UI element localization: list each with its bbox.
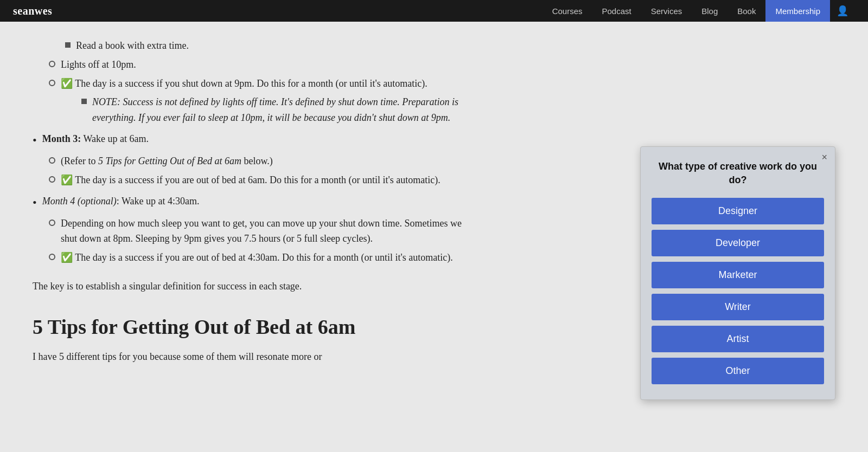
list-item: Lights off at 10pm.	[33, 57, 467, 73]
item-text: Month 4 (optional): Wake up at 4:30am.	[42, 193, 467, 209]
bullet-dot-icon: •	[33, 193, 37, 211]
modal-close-button[interactable]: ×	[821, 152, 827, 162]
checkmark-icon: ✅	[61, 175, 75, 185]
designer-button[interactable]: Designer	[652, 198, 824, 224]
list-item: ✅ The day is a success if you are out of…	[33, 172, 467, 188]
item-text: Read a book with extra time.	[76, 38, 467, 54]
section-heading: 5 Tips for Getting Out of Bed at 6am	[33, 311, 467, 344]
checkmark-icon: ✅	[61, 78, 75, 89]
brand-logo[interactable]: seanwes	[13, 5, 52, 17]
bullet-dot-icon: •	[33, 131, 37, 149]
user-icon[interactable]: 👤	[830, 5, 855, 17]
nav-item-services[interactable]: Services	[641, 0, 692, 22]
list-item: NOTE: Success is not defined by lights o…	[49, 94, 467, 126]
list-item: • Month 3: Wake up at 6am.	[33, 131, 467, 149]
writer-button[interactable]: Writer	[652, 294, 824, 320]
list-item: • Month 4 (optional): Wake up at 4:30am.	[33, 193, 467, 211]
nav-link-membership[interactable]: Membership	[765, 0, 830, 22]
item-text: Lights off at 10pm.	[61, 57, 467, 73]
note-text: NOTE: Success is not defined by lights o…	[92, 94, 467, 126]
nav-item-membership[interactable]: Membership	[765, 0, 830, 22]
modal-title: What type of creative work do you do?	[652, 160, 824, 187]
item-text: ✅ The day is a success if you are out of…	[61, 172, 467, 188]
marketer-button[interactable]: Marketer	[652, 262, 824, 288]
nav-link-courses[interactable]: Courses	[542, 0, 592, 22]
item-text: ✅ The day is a success if you shut down …	[61, 76, 467, 92]
main-content: Read a book with extra time. Lights off …	[0, 22, 488, 397]
nav-item-book[interactable]: Book	[727, 0, 765, 22]
nav-item-courses[interactable]: Courses	[542, 0, 592, 22]
developer-button[interactable]: Developer	[652, 230, 824, 256]
nav-links: Courses Podcast Services Blog Book Membe…	[542, 0, 830, 22]
other-button[interactable]: Other	[652, 358, 824, 384]
item-text: (Refer to 5 Tips for Getting Out of Bed …	[61, 153, 467, 169]
nav-item-podcast[interactable]: Podcast	[592, 0, 641, 22]
key-text: The key is to establish a singular defin…	[33, 279, 467, 294]
nav-link-podcast[interactable]: Podcast	[592, 0, 641, 22]
list-item: (Refer to 5 Tips for Getting Out of Bed …	[33, 153, 467, 169]
nav-item-blog[interactable]: Blog	[692, 0, 727, 22]
list-item: Depending on how much sleep you want to …	[33, 216, 467, 247]
nav-link-blog[interactable]: Blog	[692, 0, 727, 22]
nav-link-services[interactable]: Services	[641, 0, 692, 22]
modal-overlay: × What type of creative work do you do? …	[640, 146, 835, 400]
item-text: Month 3: Wake up at 6am.	[42, 131, 467, 147]
list-item: ✅ The day is a success if you shut down …	[33, 76, 467, 126]
list-item: Read a book with extra time.	[33, 38, 467, 54]
section-subtext: I have 5 different tips for you because …	[33, 349, 467, 365]
item-text: Depending on how much sleep you want to …	[61, 216, 467, 247]
list-item: ✅ The day is a success if you are out of…	[33, 250, 467, 266]
nav-link-book[interactable]: Book	[727, 0, 765, 22]
checkmark-icon: ✅	[61, 252, 75, 263]
item-text: ✅ The day is a success if you are out of…	[61, 250, 467, 266]
artist-button[interactable]: Artist	[652, 326, 824, 352]
navbar: seanwes Courses Podcast Services Blog Bo…	[0, 0, 868, 22]
